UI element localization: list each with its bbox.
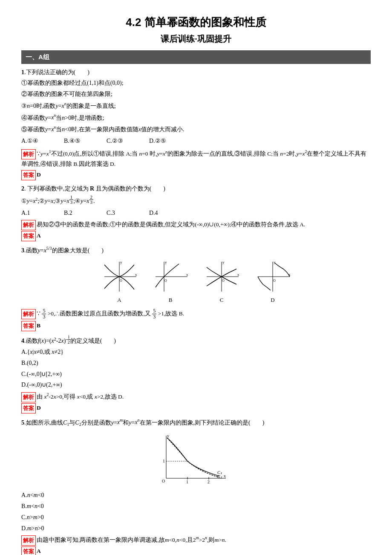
question-3: 3.函数y=x5/3的图象大致是( ) x y O A <box>21 245 371 331</box>
question-2: 2. 下列幂函数中,定义域为 R 且为偶函数的个数为( ) ①y=x2;②y=x… <box>21 184 371 241</box>
graph-c-label: C <box>220 295 224 305</box>
graph-c-svg: x y O <box>202 260 241 294</box>
q1-s2: ②幂函数的图象不可能在第四象限; <box>21 89 371 99</box>
graph-b-label: B <box>169 295 173 305</box>
section-header: 一、A组 <box>21 50 371 64</box>
q5-jiexi: 解析由题中图象可知,两函数在第一象限内单调递减,故m<0,n<0,且2m>2n,… <box>21 534 371 545</box>
q3-answer: 答案B <box>21 321 371 331</box>
q2-opt-a: A.1 <box>21 208 47 218</box>
graph-b: x y O B <box>151 260 190 305</box>
graph-a-svg: x y O <box>100 260 138 294</box>
q1-opt-d: D.②⑤ <box>149 136 175 146</box>
svg-text:y: y <box>167 434 169 438</box>
svg-text:2: 2 <box>208 480 210 484</box>
graph-a-label: A <box>117 295 121 305</box>
graph-d-label: D <box>271 295 274 305</box>
q4-opt-c: C.(-∞,0]∪[2,+∞) <box>21 369 371 379</box>
svg-text:O: O <box>120 279 122 283</box>
q5-opt-b: B.m<n<0 <box>21 501 371 512</box>
q1-stem: 1.下列说法正确的为( ) <box>21 67 371 78</box>
q5-graph: x y O 1 2 1 C₁ C₂ <box>21 431 371 487</box>
q5-opt-a: A.n<m<0 <box>21 490 371 500</box>
graph-c: x y O C <box>202 260 241 305</box>
q4-opt-a: A.{x|x≠0,或 x≠2} <box>21 347 371 357</box>
q2-opt-c: C.3 <box>107 208 132 218</box>
graph-d: x y O D <box>254 260 292 305</box>
q4-stem: 4.函数f(x)=(x2-2x)-12的定义域是( ) <box>21 335 371 346</box>
q4-jiexi: 解析由 x2-2x>0,可得 x<0,或 x>2,故选 D. <box>21 391 371 402</box>
q5-stem: 5.如图所示,曲线C1与C2分别是函数y=xm和y=xn在第一象限内的图象,则下… <box>21 417 371 428</box>
q3-jiexi: 解析∵ 5 3 >0,∴函数图象过原点且函数为增函数,又 5 3 >1,故选 B… <box>21 308 371 320</box>
q1-opt-c: C.②③ <box>107 136 132 146</box>
svg-text:O: O <box>162 479 165 483</box>
svg-text:1: 1 <box>163 459 165 463</box>
svg-text:O: O <box>273 279 276 283</box>
q1-s3: ③n=0时,函数y=xn的图象是一条直线; <box>21 100 371 111</box>
q2-stem: 2. 下列幂函数中,定义域为 R 且为偶函数的个数为( ) <box>21 184 371 194</box>
q2-opt-b: B.2 <box>64 208 89 218</box>
q5-answer: 答案A <box>21 546 371 555</box>
svg-text:O: O <box>222 279 225 283</box>
q1-options: A.①④ B.④⑤ C.②③ D.②⑤ <box>21 136 371 146</box>
svg-text:C₂: C₂ <box>217 474 222 479</box>
q4-opt-b: B.(0,2) <box>21 358 371 368</box>
svg-text:x: x <box>186 272 188 277</box>
q4-answer: 答案D <box>21 403 371 413</box>
q1-s5: ⑤幂函数y=xn当n<0时,在第一象限内函数值随x值的增大而减小. <box>21 124 371 134</box>
q5-graph-svg: x y O 1 2 1 C₁ C₂ <box>158 431 234 487</box>
graph-d-svg: x y O <box>254 260 292 294</box>
question-4: 4.函数f(x)=(x2-2x)-12的定义域是( ) A.{x|x≠0,或 x… <box>21 335 371 413</box>
q2-opt-d: D.4 <box>149 208 175 218</box>
q4-opt-d: D.(-∞,0)∪(2,+∞) <box>21 380 371 390</box>
svg-text:x: x <box>237 272 239 277</box>
q1-jiexi: 解析∵y=x1不过(0,0)点,所以①错误,排除 A;当 n=0 时,y=xn的… <box>21 148 371 169</box>
q3-stem: 3.函数y=x5/3的图象大致是( ) <box>21 245 371 255</box>
page-container: 4.2 简单幂函数的图象和性质 课后训练·巩固提升 一、A组 1.下列说法正确的… <box>21 13 371 555</box>
question-5: 5.如图所示,曲线C1与C2分别是函数y=xm和y=xn在第一象限内的图象,则下… <box>21 417 371 555</box>
q5-opt-d: D.m>n>0 <box>21 523 371 534</box>
svg-text:x: x <box>135 272 137 277</box>
graph-a: x y O A <box>100 260 138 305</box>
q1-s4: ④幂函数y=xn当n>0时,是增函数; <box>21 112 371 123</box>
q2-jiexi: 解析易知②③中的函数是奇函数;①中的函数是偶函数,但定义域为(-∞,0)∪(0,… <box>21 220 371 230</box>
svg-text:x: x <box>224 474 226 478</box>
svg-text:y: y <box>120 260 122 264</box>
q1-opt-b: B.④⑤ <box>64 136 89 146</box>
q1-s1: ①幂函数的图象都经过点(1,1)和点(0,0); <box>21 78 371 88</box>
q2-answer: 答案A <box>21 231 371 241</box>
q2-options: A.1 B.2 C.3 D.4 <box>21 208 371 218</box>
svg-text:1: 1 <box>186 480 188 484</box>
q1-answer: 答案D <box>21 170 371 180</box>
svg-text:y: y <box>165 260 167 264</box>
title-area: 4.2 简单幂函数的图象和性质 课后训练·巩固提升 <box>21 13 371 46</box>
q5-opt-c: C.n>m>0 <box>21 512 371 523</box>
q1-opt-a: A.①④ <box>21 136 47 146</box>
main-title: 4.2 简单幂函数的图象和性质 <box>21 13 371 32</box>
sub-title: 课后训练·巩固提升 <box>21 32 371 46</box>
q3-graphs: x y O A x y O <box>21 260 371 305</box>
q2-statements: ①y=x2;②y=x;③y=x13;④y=x23. <box>21 195 371 206</box>
svg-text:y: y <box>222 260 225 264</box>
question-1: 1.下列说法正确的为( ) ①幂函数的图象都经过点(1,1)和点(0,0); ②… <box>21 67 371 180</box>
graph-b-svg: x y O <box>151 260 190 294</box>
svg-text:O: O <box>164 279 167 283</box>
